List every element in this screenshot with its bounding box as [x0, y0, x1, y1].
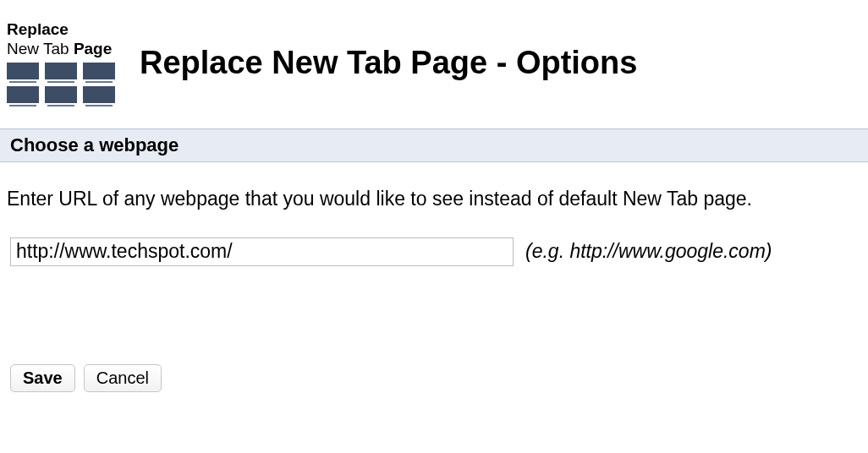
logo-line2-light: New Tab: [7, 40, 69, 57]
page-title: Replace New Tab Page - Options: [140, 45, 637, 81]
save-button[interactable]: Save: [10, 364, 75, 392]
logo-text: Replace New Tab Page: [7, 20, 112, 59]
url-example-hint: (e.g. http://www.google.com): [525, 240, 772, 263]
logo-tiles-icon: [7, 63, 115, 106]
instruction-text: Enter URL of any webpage that you would …: [7, 188, 861, 210]
logo-line2-bold: Page: [74, 40, 112, 57]
extension-logo: Replace New Tab Page: [7, 20, 121, 106]
page-header: Replace New Tab Page Replace New Tab Pag…: [0, 0, 868, 123]
url-input-row: (e.g. http://www.google.com): [7, 237, 861, 266]
button-row: Save Cancel: [0, 357, 868, 399]
url-input[interactable]: [10, 237, 514, 266]
section-heading: Choose a webpage: [0, 128, 868, 162]
cancel-button[interactable]: Cancel: [84, 364, 162, 392]
section-body: Enter URL of any webpage that you would …: [0, 162, 868, 276]
logo-line1: Replace: [7, 20, 69, 38]
